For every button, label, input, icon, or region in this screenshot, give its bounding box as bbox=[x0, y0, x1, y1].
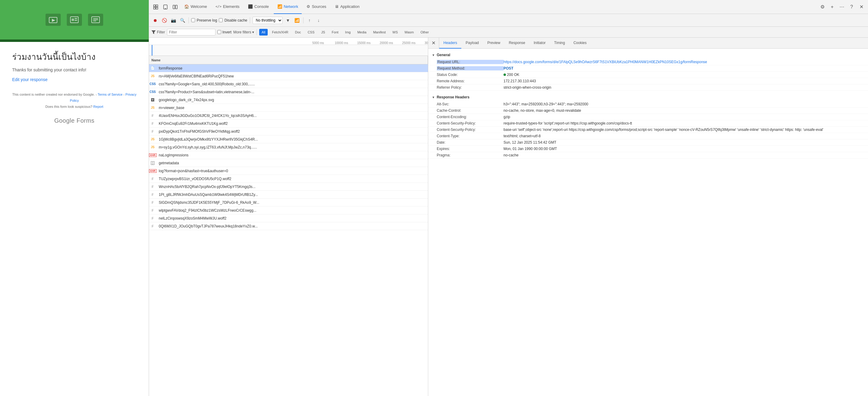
name-column-header[interactable]: Name bbox=[149, 56, 428, 64]
table-row[interactable]: F wlptgwvFAVdoq2_F94zlCfv0bz1WCzsWzLFneo… bbox=[149, 207, 428, 214]
filter-fetch-xhr[interactable]: Fetch/XHR bbox=[270, 29, 291, 35]
add-panel-btn[interactable]: + bbox=[828, 3, 836, 11]
tab-elements[interactable]: </> Elements bbox=[212, 0, 243, 14]
devtools-inspect-btn[interactable] bbox=[151, 3, 160, 11]
filter-media[interactable]: Media bbox=[355, 29, 369, 35]
close-devtools-btn[interactable]: ✕ bbox=[857, 3, 866, 11]
import-btn[interactable]: ↑ bbox=[306, 17, 313, 24]
report-link[interactable]: Report bbox=[93, 105, 103, 109]
table-row[interactable]: F nelLzCirqoswsqX9zoSmM4MwWJU.woff2 bbox=[149, 214, 428, 222]
requests-list[interactable]: 📄 formResponse JS rs=AMjVe6ifaE8WstCBfNE… bbox=[149, 64, 428, 396]
tab-initiator[interactable]: Initiator bbox=[529, 38, 550, 49]
screenshot-btn[interactable]: 📷 bbox=[169, 17, 177, 24]
table-row[interactable]: JS m=viewer_base bbox=[149, 104, 428, 112]
filter-manifest[interactable]: Manifest bbox=[371, 29, 388, 35]
tab-sources[interactable]: ⚙ Sources bbox=[303, 0, 330, 14]
table-row[interactable]: JS m=sy1g,vGOnYd,syh,syi,syg,IZT63,vfuNJ… bbox=[149, 143, 428, 151]
remote-address-label: Remote Address: bbox=[437, 79, 503, 83]
filter-img[interactable]: Img bbox=[343, 29, 353, 35]
separator-2 bbox=[250, 17, 250, 23]
preserve-log-label[interactable]: Preserve log bbox=[191, 18, 217, 23]
network-icon: 📶 bbox=[277, 4, 282, 9]
content-encoding-value: gzip bbox=[503, 115, 864, 119]
tab-headers[interactable]: Headers bbox=[439, 38, 461, 49]
table-row[interactable]: F 0QI6MX1D_JOuGQbT0gvTJPa787weuxJHkq18nd… bbox=[149, 222, 428, 230]
invert-checkbox[interactable] bbox=[217, 30, 221, 34]
font-icon: F bbox=[149, 112, 156, 119]
table-row[interactable]: CSS css?family=Product+Sans&subset=latin… bbox=[149, 88, 428, 96]
table-row[interactable]: 🖼 googlelogo_dark_clr_74x24px.svg bbox=[149, 96, 428, 104]
export-btn[interactable]: ↓ bbox=[315, 17, 322, 24]
tab-cookies[interactable]: Cookies bbox=[569, 38, 591, 49]
font-icon: F bbox=[149, 207, 156, 214]
throttle-select[interactable]: No throttling bbox=[252, 17, 283, 24]
devtools-layout-btn[interactable] bbox=[171, 3, 179, 11]
help-btn[interactable]: ? bbox=[847, 3, 856, 11]
filter-wasm[interactable]: Wasm bbox=[402, 29, 416, 35]
filter-font[interactable]: Font bbox=[329, 29, 341, 35]
table-row[interactable]: F WnznHAc5bAfYB2QRah7pcpNvOx-pjfJ9elOpYT… bbox=[149, 183, 428, 191]
details-panel: ✕ Headers Payload Preview Response Initi… bbox=[428, 38, 868, 396]
csp-label-1: Content-Security-Policy: bbox=[437, 121, 503, 125]
tab-network[interactable]: 📶 Network bbox=[274, 0, 302, 14]
devtools-panel: 🏠 Welcome </> Elements ⬛ Console 📶 Netwo… bbox=[149, 0, 868, 396]
tab-payload[interactable]: Payload bbox=[461, 38, 483, 49]
tab-welcome[interactable]: 🏠 Welcome bbox=[181, 0, 211, 14]
search-btn[interactable]: 🔍 bbox=[179, 17, 186, 24]
preserve-log-checkbox[interactable] bbox=[191, 18, 195, 22]
filter-other[interactable]: Other bbox=[418, 29, 432, 35]
tab-preview[interactable]: Preview bbox=[483, 38, 505, 49]
svg-rect-16 bbox=[173, 5, 175, 9]
filter-doc[interactable]: Doc bbox=[292, 29, 304, 35]
pragma-label: Pragma: bbox=[437, 153, 503, 157]
disable-cache-checkbox[interactable] bbox=[219, 18, 223, 22]
invert-label[interactable]: Invert bbox=[217, 30, 231, 34]
filter-input[interactable] bbox=[167, 29, 215, 35]
wifi-icon-btn[interactable]: 📶 bbox=[293, 17, 301, 24]
request-url-label: Request URL: bbox=[437, 60, 503, 64]
tm-5: 25000 ms bbox=[401, 41, 423, 44]
svg-rect-3 bbox=[72, 19, 74, 21]
record-btn[interactable]: ⏺ bbox=[151, 17, 159, 24]
table-row[interactable]: F TUZyzwprpvBS1izr_vOEDOSfU5cP1Q.woff2 bbox=[149, 175, 428, 183]
response-section-toggle: ▼ bbox=[432, 96, 435, 99]
general-section-header[interactable]: ▼ General bbox=[428, 51, 868, 59]
table-row[interactable]: F SlGDmQSNjdsmc35JDF1K5E55YMjF_7DPuGi-6_… bbox=[149, 199, 428, 207]
filter-js[interactable]: JS bbox=[319, 29, 328, 35]
close-details-btn[interactable]: ✕ bbox=[428, 38, 439, 49]
tab-timing[interactable]: Timing bbox=[550, 38, 569, 49]
table-row[interactable]: F KFOmCnqEu92Fr1Mu4mxKKTU1Kg.woff2 bbox=[149, 120, 428, 127]
disable-cache-label[interactable]: Disable cache bbox=[219, 18, 247, 23]
table-row[interactable]: F 4UasrENHsxJlGDuGo1OIlJfC6l_24rlCK1Yo_l… bbox=[149, 112, 428, 120]
table-row[interactable]: CSS css?family=Google+Sans_old:400,500|R… bbox=[149, 80, 428, 88]
request-url-value: https://docs.google.com/forms/d/e/1FAlpQ… bbox=[503, 60, 864, 64]
devtools-topbar-right: ⚙ + ⋯ ? ✕ bbox=[818, 3, 866, 11]
table-row[interactable]: F 1Pt_g8LJRfWJmhDAuUsSQamb1W0lwk4S4WjMDr… bbox=[149, 191, 428, 199]
tab-console[interactable]: ⬛ Console bbox=[244, 0, 273, 14]
more-tools-btn[interactable]: ⋯ bbox=[838, 3, 846, 11]
table-row[interactable]: XHR naLogImpressions bbox=[149, 151, 428, 159]
table-row[interactable]: 📄 formResponse bbox=[149, 64, 428, 72]
more-filters-btn[interactable]: More filters ▾ bbox=[234, 30, 254, 34]
tab-response[interactable]: Response bbox=[504, 38, 529, 49]
customize-btn[interactable]: ⚙ bbox=[818, 3, 827, 11]
table-row[interactable]: XHR log?format=json&hasfast=true&authuse… bbox=[149, 167, 428, 175]
table-row[interactable]: JS 1GjWc8BgvjldLa3QwrjvOMkx8fzYYXJHRwrll… bbox=[149, 135, 428, 143]
terms-link[interactable]: Terms of Service bbox=[98, 93, 123, 96]
clear-btn[interactable]: 🚫 bbox=[160, 17, 168, 24]
table-row[interactable]: {} getmetadata bbox=[149, 159, 428, 167]
request-name: getmetadata bbox=[156, 161, 428, 165]
filter-all[interactable]: All bbox=[259, 29, 268, 35]
table-row[interactable]: F pxiDypQkot1TnFhsFMOfGShVF9eOYktMqg.wof… bbox=[149, 127, 428, 135]
devtools-device-btn[interactable] bbox=[161, 3, 169, 11]
expires-value: Mon, 01 Jan 1990 00:00:00 GMT bbox=[503, 147, 864, 151]
throttle-dropdown-btn[interactable]: ▼ bbox=[284, 17, 292, 24]
table-row[interactable]: JS rs=AMjVe6ifaE8WstCBfNEad6RiPucQF51hew bbox=[149, 72, 428, 80]
edit-response-link[interactable]: Edit your response bbox=[12, 77, 48, 82]
filter-ws[interactable]: WS bbox=[390, 29, 400, 35]
form-icon-1 bbox=[45, 14, 61, 26]
filter-css[interactable]: CSS bbox=[305, 29, 317, 35]
response-headers-section-header[interactable]: ▼ Response Headers bbox=[428, 93, 868, 101]
filter-bar: Filter Invert More filters ▾ All Fetch/X… bbox=[149, 27, 868, 38]
tab-application[interactable]: 🖥 Application bbox=[331, 0, 363, 14]
